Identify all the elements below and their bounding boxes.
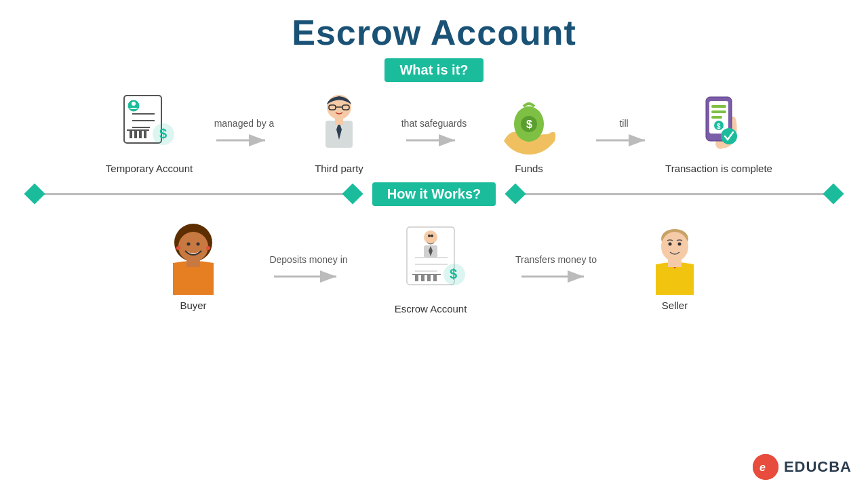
arrow-icon-transfers — [519, 268, 593, 285]
arrow-managed-by: managed by a — [203, 117, 285, 148]
seller-label: Seller — [662, 299, 688, 312]
svg-point-42 — [176, 246, 180, 250]
flow-item-third-party: Third party — [285, 90, 393, 176]
svg-rect-21 — [335, 118, 343, 125]
svg-text:$: $ — [159, 126, 167, 141]
escrow-account-label: Escrow Account — [395, 302, 467, 316]
svg-rect-51 — [415, 274, 418, 281]
arrow-deposits: Deposits money in — [261, 253, 356, 285]
svg-point-70 — [753, 454, 778, 480]
svg-point-41 — [197, 242, 200, 245]
svg-rect-32 — [711, 105, 726, 108]
svg-point-67 — [669, 242, 672, 245]
svg-point-37 — [721, 128, 737, 144]
svg-point-43 — [206, 246, 210, 250]
svg-rect-33 — [711, 110, 726, 113]
phone-check-icon: $ — [685, 90, 753, 158]
flow-item-funds: $ Funds — [475, 90, 583, 176]
svg-point-5 — [132, 102, 136, 106]
money-bag-icon: $ — [495, 90, 563, 158]
temp-account-label: Temporary Account — [106, 162, 193, 176]
seller-icon — [641, 227, 709, 295]
educba-icon: e — [753, 454, 778, 480]
bottom-section: Buyer Deposits money in — [0, 214, 868, 316]
bank-doc-icon: $ — [115, 90, 183, 158]
diamond-right — [823, 183, 844, 204]
how-it-works-badge-wrap: How it Works? — [372, 182, 496, 206]
arrow-safeguards: that safeguards — [393, 117, 475, 148]
arrow-text-2: that safeguards — [401, 117, 467, 129]
transaction-label: Transaction is complete — [665, 162, 772, 176]
what-is-it-badge: What is it? — [384, 58, 483, 82]
svg-point-68 — [678, 242, 682, 245]
educba-text: EDUCBA — [784, 458, 852, 476]
diamond-center-right — [505, 183, 526, 204]
buyer-label: Buyer — [180, 299, 206, 312]
svg-rect-53 — [427, 274, 431, 281]
flow-item-seller: Seller — [607, 227, 743, 312]
third-party-label: Third party — [315, 162, 363, 176]
diamond-center-left — [342, 183, 363, 204]
educba-logo: e EDUCBA — [753, 454, 852, 480]
svg-point-40 — [187, 242, 191, 245]
arrow-till: till — [583, 117, 665, 148]
flow-item-transaction: $ Transaction is complete — [665, 90, 773, 176]
svg-text:$: $ — [450, 266, 457, 281]
svg-point-58 — [431, 235, 433, 237]
svg-point-57 — [428, 235, 431, 237]
top-section: What is it? — [0, 58, 868, 176]
svg-text:$: $ — [717, 123, 721, 130]
svg-rect-69 — [668, 259, 682, 267]
top-flow-row: $ Temporary Account managed by a — [95, 90, 773, 176]
svg-point-56 — [424, 230, 437, 244]
arrow-text-transfers: Transfers money to — [515, 253, 597, 266]
svg-rect-8 — [139, 130, 142, 138]
escrow-icon: $ — [387, 224, 475, 298]
arrow-icon-1 — [214, 132, 275, 148]
svg-rect-52 — [421, 274, 425, 281]
svg-rect-6 — [130, 130, 132, 138]
how-it-works-badge: How it Works? — [372, 182, 496, 206]
arrow-icon-3 — [593, 132, 654, 148]
divider-row: How it Works? — [0, 182, 868, 206]
arrow-text-1: managed by a — [214, 117, 275, 129]
arrow-transfers: Transfers money to — [505, 253, 607, 285]
svg-point-39 — [178, 232, 208, 262]
svg-point-66 — [661, 232, 688, 262]
flow-item-temp-account: $ Temporary Account — [95, 90, 203, 176]
arrow-icon-deposits — [271, 268, 346, 285]
person-icon — [305, 90, 373, 158]
divider-line-right — [523, 193, 826, 195]
svg-rect-25 — [526, 106, 532, 112]
svg-rect-9 — [144, 130, 146, 138]
svg-text:$: $ — [526, 119, 532, 130]
arrow-text-deposits: Deposits money in — [269, 253, 347, 266]
svg-rect-54 — [433, 274, 437, 281]
buyer-icon — [159, 227, 227, 295]
divider-line-left — [42, 193, 345, 195]
funds-label: Funds — [515, 162, 543, 176]
svg-rect-44 — [186, 259, 200, 267]
bottom-flow-row: Buyer Deposits money in — [125, 224, 743, 316]
svg-text:e: e — [760, 462, 766, 473]
arrow-text-3: till — [619, 117, 628, 129]
svg-rect-7 — [134, 130, 137, 138]
diamond-left — [24, 183, 45, 204]
page-title: Escrow Account — [0, 0, 868, 53]
flow-item-buyer: Buyer — [125, 227, 261, 312]
flow-item-escrow: $ Escrow Account — [356, 224, 505, 316]
arrow-icon-2 — [403, 132, 465, 148]
svg-rect-34 — [711, 116, 722, 119]
